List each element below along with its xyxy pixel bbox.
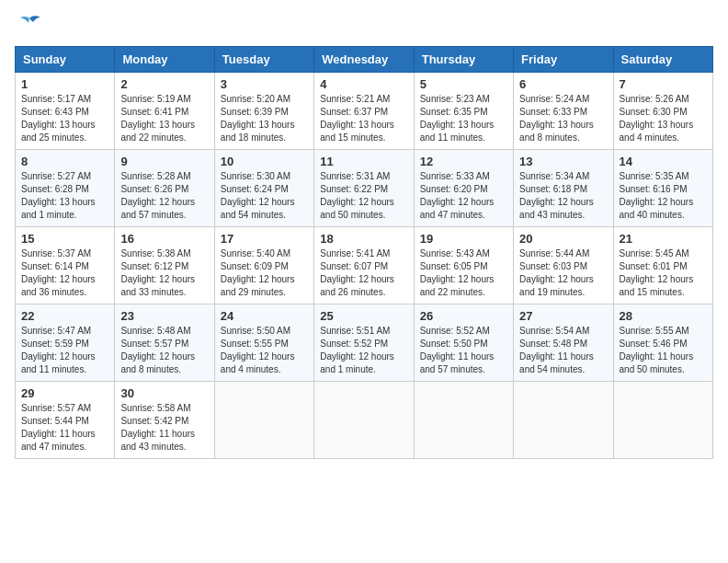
day-number: 12: [420, 155, 507, 168]
day-number: 8: [21, 155, 108, 168]
calendar-cell: 21Sunrise: 5:45 AMSunset: 6:01 PMDayligh…: [613, 227, 712, 304]
calendar-week-row: 15Sunrise: 5:37 AMSunset: 6:14 PMDayligh…: [16, 227, 713, 304]
cell-info: Sunrise: 5:41 AMSunset: 6:07 PMDaylight:…: [320, 247, 407, 299]
day-number: 1: [21, 77, 108, 91]
calendar-cell: 29Sunrise: 5:57 AMSunset: 5:44 PMDayligh…: [16, 382, 115, 459]
calendar-cell: 11Sunrise: 5:31 AMSunset: 6:22 PMDayligh…: [314, 150, 414, 227]
day-number: 27: [519, 309, 607, 323]
calendar-cell: [214, 382, 313, 459]
day-number: 19: [420, 232, 507, 246]
cell-info: Sunrise: 5:23 AMSunset: 6:35 PMDaylight:…: [420, 93, 507, 144]
day-of-week-header: Wednesday: [314, 47, 414, 73]
cell-info: Sunrise: 5:55 AMSunset: 5:46 PMDaylight:…: [620, 325, 707, 376]
calendar-cell: 3Sunrise: 5:20 AMSunset: 6:39 PMDaylight…: [214, 73, 313, 150]
day-number: 7: [620, 77, 707, 91]
day-number: 6: [519, 77, 607, 91]
cell-info: Sunrise: 5:28 AMSunset: 6:26 PMDaylight:…: [120, 170, 208, 222]
calendar-cell: [613, 382, 712, 459]
calendar-week-row: 29Sunrise: 5:57 AMSunset: 5:44 PMDayligh…: [16, 382, 713, 459]
calendar-week-row: 8Sunrise: 5:27 AMSunset: 6:28 PMDaylight…: [16, 150, 713, 227]
calendar-cell: 7Sunrise: 5:26 AMSunset: 6:30 PMDaylight…: [613, 73, 712, 150]
cell-info: Sunrise: 5:54 AMSunset: 5:48 PMDaylight:…: [519, 325, 607, 376]
calendar-cell: 2Sunrise: 5:19 AMSunset: 6:41 PMDaylight…: [115, 73, 214, 150]
cell-info: Sunrise: 5:26 AMSunset: 6:30 PMDaylight:…: [620, 93, 707, 144]
cell-info: Sunrise: 5:27 AMSunset: 6:28 PMDaylight:…: [21, 170, 108, 222]
day-number: 16: [120, 232, 208, 246]
cell-info: Sunrise: 5:50 AMSunset: 5:55 PMDaylight:…: [221, 325, 308, 376]
calendar-cell: 4Sunrise: 5:21 AMSunset: 6:37 PMDaylight…: [314, 73, 414, 150]
day-of-week-header: Tuesday: [214, 47, 313, 73]
cell-info: Sunrise: 5:20 AMSunset: 6:39 PMDaylight:…: [221, 93, 308, 144]
calendar-cell: [514, 382, 613, 459]
calendar-cell: 12Sunrise: 5:33 AMSunset: 6:20 PMDayligh…: [414, 150, 513, 227]
cell-info: Sunrise: 5:45 AMSunset: 6:01 PMDaylight:…: [620, 247, 707, 299]
calendar-cell: 9Sunrise: 5:28 AMSunset: 6:26 PMDaylight…: [115, 150, 214, 227]
calendar-cell: 23Sunrise: 5:48 AMSunset: 5:57 PMDayligh…: [115, 304, 214, 382]
day-number: 10: [221, 155, 308, 168]
calendar-cell: 1Sunrise: 5:17 AMSunset: 6:43 PMDaylight…: [16, 73, 115, 150]
cell-info: Sunrise: 5:52 AMSunset: 5:50 PMDaylight:…: [420, 325, 507, 376]
cell-info: Sunrise: 5:58 AMSunset: 5:42 PMDaylight:…: [120, 402, 208, 454]
day-of-week-header: Thursday: [414, 47, 513, 73]
day-number: 14: [620, 155, 707, 168]
cell-info: Sunrise: 5:17 AMSunset: 6:43 PMDaylight:…: [21, 93, 108, 144]
cell-info: Sunrise: 5:30 AMSunset: 6:24 PMDaylight:…: [221, 170, 308, 222]
calendar-cell: [414, 382, 513, 459]
cell-info: Sunrise: 5:43 AMSunset: 6:05 PMDaylight:…: [420, 247, 507, 299]
calendar-cell: 14Sunrise: 5:35 AMSunset: 6:16 PMDayligh…: [613, 150, 712, 227]
day-number: 18: [320, 232, 407, 246]
cell-info: Sunrise: 5:33 AMSunset: 6:20 PMDaylight:…: [420, 170, 507, 222]
calendar-cell: 6Sunrise: 5:24 AMSunset: 6:33 PMDaylight…: [514, 73, 613, 150]
day-number: 24: [221, 309, 308, 323]
calendar-cell: 28Sunrise: 5:55 AMSunset: 5:46 PMDayligh…: [613, 304, 712, 382]
day-of-week-header: Friday: [514, 47, 613, 73]
day-number: 13: [519, 155, 607, 168]
calendar-cell: [314, 382, 414, 459]
day-number: 26: [420, 309, 507, 323]
calendar-cell: 26Sunrise: 5:52 AMSunset: 5:50 PMDayligh…: [414, 304, 513, 382]
calendar-cell: 27Sunrise: 5:54 AMSunset: 5:48 PMDayligh…: [514, 304, 613, 382]
day-of-week-header: Saturday: [613, 47, 712, 73]
cell-info: Sunrise: 5:38 AMSunset: 6:12 PMDaylight:…: [120, 247, 208, 299]
calendar-cell: 5Sunrise: 5:23 AMSunset: 6:35 PMDaylight…: [414, 73, 513, 150]
day-number: 20: [519, 232, 607, 246]
calendar-cell: 10Sunrise: 5:30 AMSunset: 6:24 PMDayligh…: [214, 150, 313, 227]
calendar-week-row: 1Sunrise: 5:17 AMSunset: 6:43 PMDaylight…: [16, 73, 713, 150]
calendar-header-row: SundayMondayTuesdayWednesdayThursdayFrid…: [16, 47, 713, 73]
calendar-table: SundayMondayTuesdayWednesdayThursdayFrid…: [15, 46, 713, 459]
day-number: 4: [320, 77, 407, 91]
day-number: 29: [21, 386, 108, 400]
cell-info: Sunrise: 5:40 AMSunset: 6:09 PMDaylight:…: [221, 247, 308, 299]
calendar-cell: 18Sunrise: 5:41 AMSunset: 6:07 PMDayligh…: [314, 227, 414, 304]
calendar-cell: 24Sunrise: 5:50 AMSunset: 5:55 PMDayligh…: [214, 304, 313, 382]
cell-info: Sunrise: 5:47 AMSunset: 5:59 PMDaylight:…: [21, 325, 108, 376]
calendar-week-row: 22Sunrise: 5:47 AMSunset: 5:59 PMDayligh…: [16, 304, 713, 382]
day-number: 28: [620, 309, 707, 323]
day-number: 17: [221, 232, 308, 246]
day-number: 22: [21, 309, 108, 323]
cell-info: Sunrise: 5:24 AMSunset: 6:33 PMDaylight:…: [519, 93, 607, 144]
cell-info: Sunrise: 5:21 AMSunset: 6:37 PMDaylight:…: [320, 93, 407, 144]
calendar-cell: 22Sunrise: 5:47 AMSunset: 5:59 PMDayligh…: [16, 304, 115, 382]
cell-info: Sunrise: 5:37 AMSunset: 6:14 PMDaylight:…: [21, 247, 108, 299]
cell-info: Sunrise: 5:57 AMSunset: 5:44 PMDaylight:…: [21, 402, 108, 454]
page-header: [15, 15, 713, 35]
calendar-cell: 16Sunrise: 5:38 AMSunset: 6:12 PMDayligh…: [115, 227, 214, 304]
day-number: 2: [120, 77, 208, 91]
day-number: 3: [221, 77, 308, 91]
calendar-cell: 20Sunrise: 5:44 AMSunset: 6:03 PMDayligh…: [514, 227, 613, 304]
cell-info: Sunrise: 5:19 AMSunset: 6:41 PMDaylight:…: [120, 93, 208, 144]
day-number: 23: [120, 309, 208, 323]
day-of-week-header: Monday: [115, 47, 214, 73]
calendar-cell: 25Sunrise: 5:51 AMSunset: 5:52 PMDayligh…: [314, 304, 414, 382]
logo-text: [15, 15, 44, 35]
day-number: 5: [420, 77, 507, 91]
calendar-cell: 13Sunrise: 5:34 AMSunset: 6:18 PMDayligh…: [514, 150, 613, 227]
cell-info: Sunrise: 5:48 AMSunset: 5:57 PMDaylight:…: [120, 325, 208, 376]
cell-info: Sunrise: 5:44 AMSunset: 6:03 PMDaylight:…: [519, 247, 607, 299]
day-number: 11: [320, 155, 407, 168]
cell-info: Sunrise: 5:31 AMSunset: 6:22 PMDaylight:…: [320, 170, 407, 222]
logo: [15, 15, 44, 35]
calendar-cell: 19Sunrise: 5:43 AMSunset: 6:05 PMDayligh…: [414, 227, 513, 304]
cell-info: Sunrise: 5:35 AMSunset: 6:16 PMDaylight:…: [620, 170, 707, 222]
